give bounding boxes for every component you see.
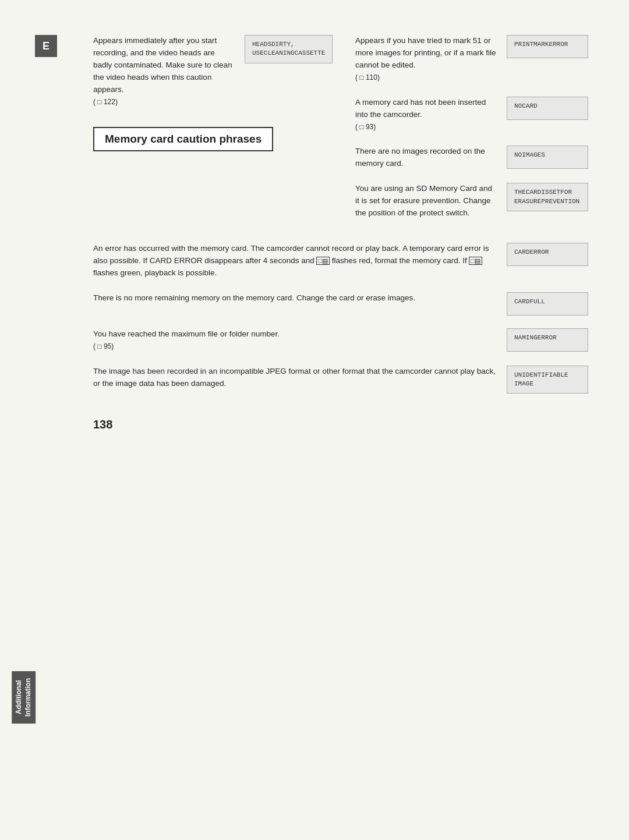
left-entries: An error has occurred with the memory ca… — [93, 243, 594, 406]
right-entry-nocard: A memory card has not been inserted into… — [355, 97, 594, 133]
section-heading: Memory card caution phrases — [93, 127, 273, 151]
namingerror-text: You have reached the maximum file or fol… — [93, 328, 496, 353]
right-entry-box-2: NOCARD — [507, 97, 594, 120]
carderror-box: CARDERROR — [507, 243, 588, 266]
carderror-box-wrapper: CARDERROR — [507, 243, 594, 266]
right-entry-erasureprevention: You are using an SD Memory Card and it i… — [355, 183, 594, 219]
namingerror-box-wrapper: NAMINGERROR — [507, 328, 594, 352]
erasureprevention-box: THECARDISSETFOR ERASUREPREVENTION — [507, 183, 588, 211]
right-entry-text-3: There are no images recorded on the memo… — [355, 146, 496, 170]
unidentifiable-box: UNIDENTIFIABLE IMAGE — [507, 366, 588, 394]
right-entry-box-4: THECARDISSETFOR ERASUREPREVENTION — [507, 183, 594, 211]
top-entry-text: Appears immediately after you start reco… — [93, 35, 234, 108]
right-entry-text-4: You are using an SD Memory Card and it i… — [355, 183, 496, 219]
cardfull-box: CARDFULL — [507, 292, 588, 316]
unidentifiable-text: The image has been recorded in an incomp… — [93, 366, 496, 390]
right-column: Appears if you have tried to mark 51 or … — [349, 35, 594, 232]
left-column: Appears immediately after you start reco… — [93, 35, 349, 232]
namingerror-box: NAMINGERROR — [507, 328, 588, 352]
page-number: 138 — [93, 418, 594, 431]
right-entry-text-2: A memory card has not been inserted into… — [355, 97, 496, 133]
top-entry-box: HEADSDIRTY, USECLEANINGCASSETTE — [245, 35, 332, 63]
cardfull-text: There is no more remaining memory on the… — [93, 292, 496, 304]
top-section: Appears immediately after you start reco… — [93, 35, 594, 232]
right-entry-noimages: There are no images recorded on the memo… — [355, 146, 594, 170]
right-entry-text-1: Appears if you have tried to mark 51 or … — [355, 35, 496, 84]
unidentifiable-box-wrapper: UNIDENTIFIABLE IMAGE — [507, 366, 594, 394]
right-entry-box-1: PRINTMARKERROR — [507, 35, 594, 58]
top-caution-box: HEADSDIRTY, USECLEANINGCASSETTE — [245, 35, 333, 63]
entry-cardfull: There is no more remaining memory on the… — [93, 292, 594, 316]
entry-namingerror: You have reached the maximum file or fol… — [93, 328, 594, 353]
e-label-text: E — [43, 40, 50, 52]
entry-carderror: An error has occurred with the memory ca… — [93, 243, 594, 279]
page: E AdditionalInformation Appears immediat… — [0, 0, 629, 840]
right-entry-printmarkerror: Appears if you have tried to mark 51 or … — [355, 35, 594, 84]
main-content: Appears immediately after you start reco… — [93, 35, 594, 431]
additional-info-label: AdditionalInformation — [12, 671, 36, 724]
noimages-box: NOIMAGES — [507, 146, 588, 169]
printmarkerror-box: PRINTMARKERROR — [507, 35, 588, 58]
e-label: E — [35, 35, 57, 57]
entry-unidentifiable: The image has been recorded in an incomp… — [93, 366, 594, 394]
right-entry-box-3: NOIMAGES — [507, 146, 594, 169]
carderror-text: An error has occurred with the memory ca… — [93, 243, 496, 279]
top-entry: Appears immediately after you start reco… — [93, 35, 332, 108]
cardfull-box-wrapper: CARDFULL — [507, 292, 594, 316]
nocard-box: NOCARD — [507, 97, 588, 120]
